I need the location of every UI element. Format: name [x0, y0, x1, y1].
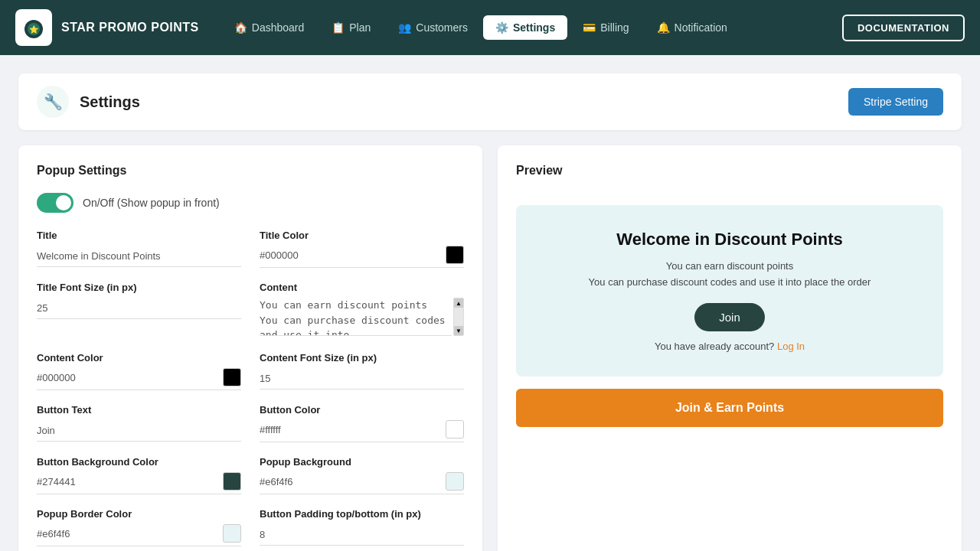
stripe-setting-button[interactable]: Stripe Setting: [848, 88, 943, 116]
content-textarea[interactable]: You can earn discount points You can pur…: [260, 298, 452, 336]
preview-content-line2: You can purchase discount codes and use …: [589, 275, 871, 291]
title-font-size-group: Title Font Size (in px): [37, 282, 241, 338]
btn-padding-tb-label: Button Padding top/bottom (in px): [260, 508, 464, 520]
button-bg-label: Button Background Color: [37, 456, 241, 468]
content-font-size-input[interactable]: [260, 368, 464, 390]
main-nav: 🏠 Dashboard 📋 Plan 👥 Customers ⚙️ Settin…: [222, 15, 835, 40]
title-color-swatch-row: [260, 246, 464, 268]
title-label: Title: [37, 230, 241, 241]
content-color-swatch[interactable]: [223, 368, 241, 386]
plan-icon: 📋: [332, 21, 345, 34]
toggle-label: On/Off (Show popup in front): [83, 197, 220, 209]
preview-title: Preview: [516, 164, 943, 178]
popup-border-label: Popup Border Color: [37, 508, 241, 520]
billing-icon: 💳: [583, 21, 596, 34]
popup-bg-label: Popup Background: [260, 456, 464, 468]
main-grid: Popup Settings On/Off (Show popup in fro…: [18, 145, 962, 551]
nav-settings[interactable]: ⚙️ Settings: [483, 15, 567, 40]
content-font-size-group: Content Font Size (in px): [260, 352, 464, 390]
popup-border-group: Popup Border Color: [37, 508, 241, 546]
title-color-input[interactable]: [260, 249, 446, 261]
button-bg-input[interactable]: [37, 476, 223, 487]
content-textarea-wrap: You can earn discount points You can pur…: [260, 298, 464, 338]
logo-icon: ⭐: [15, 9, 52, 46]
scrollbar-track: [454, 308, 463, 326]
button-text-input[interactable]: [37, 420, 241, 442]
scrollbar-up[interactable]: ▲: [454, 298, 463, 308]
title-font-size-label: Title Font Size (in px): [37, 282, 241, 293]
nav-dashboard[interactable]: 🏠 Dashboard: [222, 15, 317, 40]
popup-border-swatch[interactable]: [223, 524, 241, 543]
nav-notification[interactable]: 🔔 Notification: [645, 15, 740, 40]
button-color-input[interactable]: [260, 424, 446, 435]
title-color-group: Title Color: [260, 230, 464, 268]
button-bg-swatch-row: [37, 472, 241, 494]
popup-border-input[interactable]: [37, 528, 223, 540]
page-title: Settings: [80, 93, 140, 111]
preview-join-button[interactable]: Join: [694, 303, 765, 331]
settings-icon: ⚙️: [495, 21, 508, 34]
button-color-label: Button Color: [260, 404, 464, 416]
join-earn-button[interactable]: Join & Earn Points: [516, 389, 943, 427]
app-header: ⭐ STAR PROMO POINTS 🏠 Dashboard 📋 Plan 👥…: [0, 0, 980, 55]
btn-padding-tb-input[interactable]: [260, 524, 464, 546]
popup-border-swatch-row: [37, 524, 241, 546]
svg-text:⭐: ⭐: [29, 24, 39, 34]
content-color-group: Content Color: [37, 352, 241, 390]
button-text-group: Button Text: [37, 404, 241, 442]
button-color-swatch[interactable]: [446, 420, 464, 439]
button-color-group: Button Color: [260, 404, 464, 442]
scrollbar-down[interactable]: ▼: [454, 326, 463, 335]
content-label: Content: [260, 282, 464, 293]
title-color-label: Title Color: [260, 230, 464, 241]
button-color-swatch-row: [260, 420, 464, 442]
dashboard-icon: 🏠: [234, 21, 247, 34]
notification-icon: 🔔: [657, 21, 670, 34]
preview-popup-title: Welcome in Discount Points: [616, 230, 842, 249]
toggle-row: On/Off (Show popup in front): [37, 193, 464, 213]
toggle-knob: [56, 195, 71, 210]
preview-content-line1: You can earn discount points: [589, 259, 871, 275]
content-color-input[interactable]: [37, 372, 223, 383]
customers-icon: 👥: [398, 21, 411, 34]
popup-toggle[interactable]: [37, 193, 74, 213]
nav-customers[interactable]: 👥 Customers: [386, 15, 480, 40]
documentation-button[interactable]: DOCUMENTATION: [842, 15, 965, 41]
content-scrollbar: ▲ ▼: [453, 298, 464, 336]
content-color-swatch-row: [37, 368, 241, 390]
logo-area: ⭐ STAR PROMO POINTS: [15, 9, 199, 46]
btn-padding-tb-group: Button Padding top/bottom (in px): [260, 508, 464, 546]
preview-panel: Preview Welcome in Discount Points You c…: [498, 145, 962, 551]
nav-billing[interactable]: 💳 Billing: [570, 15, 641, 40]
title-color-swatch[interactable]: [446, 246, 464, 264]
content-font-size-label: Content Font Size (in px): [260, 352, 464, 364]
popup-settings-panel: Popup Settings On/Off (Show popup in fro…: [18, 145, 482, 551]
page-header: 🔧 Settings Stripe Setting: [18, 73, 962, 130]
popup-bg-swatch[interactable]: [446, 472, 464, 491]
button-text-label: Button Text: [37, 404, 241, 416]
app-name: STAR PROMO POINTS: [61, 21, 199, 34]
preview-account-text: You have already account? Log In: [655, 341, 805, 352]
preview-popup-box: Welcome in Discount Points You can earn …: [516, 205, 943, 377]
settings-form: Title Title Color Title Font Size (in px…: [37, 230, 464, 551]
page-content: 🔧 Settings Stripe Setting Popup Settings…: [0, 55, 980, 551]
settings-page-icon: 🔧: [37, 86, 69, 118]
nav-plan[interactable]: 📋 Plan: [319, 15, 383, 40]
title-font-size-input[interactable]: [37, 298, 241, 319]
popup-bg-group: Popup Background: [260, 456, 464, 494]
content-group: Content You can earn discount points You…: [260, 282, 464, 338]
preview-popup-content: You can earn discount points You can pur…: [589, 259, 871, 291]
popup-bg-swatch-row: [260, 472, 464, 494]
preview-login-link[interactable]: Log In: [777, 341, 805, 352]
popup-settings-title: Popup Settings: [37, 164, 464, 178]
page-header-left: 🔧 Settings: [37, 86, 140, 118]
title-input[interactable]: [37, 246, 241, 267]
title-group: Title: [37, 230, 241, 268]
content-color-label: Content Color: [37, 352, 241, 364]
button-bg-group: Button Background Color: [37, 456, 241, 494]
popup-bg-input[interactable]: [260, 476, 446, 487]
button-bg-swatch[interactable]: [223, 472, 241, 491]
